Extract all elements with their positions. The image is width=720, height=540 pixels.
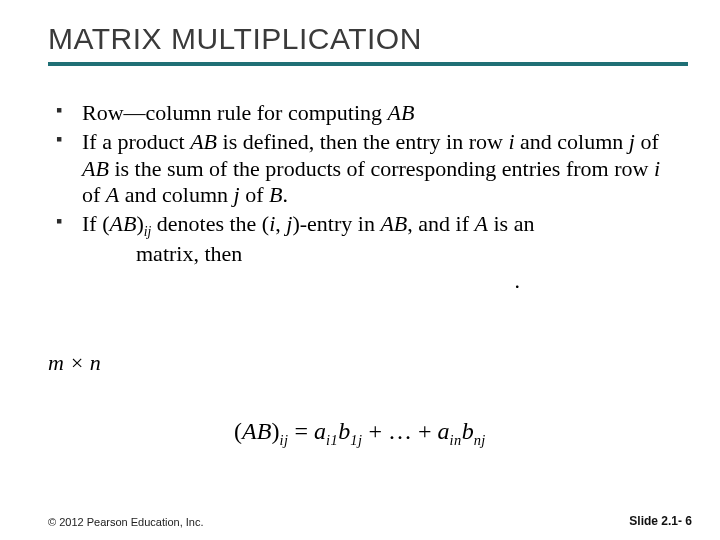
var-A: A (475, 211, 488, 236)
text: is the sum of the products of correspond… (109, 156, 654, 181)
var-B: B (269, 182, 282, 207)
copyright: © 2012 Pearson Education, Inc. (48, 516, 203, 528)
bullet-3-dot: . (82, 268, 680, 290)
var-AB: AB (242, 418, 271, 444)
var-AB: AB (190, 129, 217, 154)
var-AB: AB (109, 211, 136, 236)
body: Row—column rule for computing AB If a pr… (0, 66, 720, 290)
var-AB: AB (380, 211, 407, 236)
bullet-2: If a product AB is defined, then the ent… (56, 129, 680, 209)
sub-i1: i1 (326, 432, 338, 448)
bullet-3: If (AB)ij denotes the (i, j)-entry in AB… (56, 211, 680, 290)
bullet-3-line2: matrix, then (82, 241, 680, 268)
text: denotes the ( (151, 211, 269, 236)
var-i: i (654, 156, 660, 181)
text: , and if (407, 211, 474, 236)
plus-dots: + … + (362, 418, 437, 444)
text: of (635, 129, 659, 154)
text: . (282, 182, 288, 207)
sub-1j: 1j (350, 432, 362, 448)
text: is an (488, 211, 534, 236)
text: and column (515, 129, 629, 154)
slide: MATRIX MULTIPLICATION Row—column rule fo… (0, 0, 720, 540)
text: If ( (82, 211, 109, 236)
bullet-list: Row—column rule for computing AB If a pr… (56, 100, 680, 290)
formula: (AB)ij = ai1b1j + … + ainbnj (0, 418, 720, 449)
mxn-text: m × n (48, 350, 101, 376)
var-b: b (462, 418, 474, 444)
var-a: a (437, 418, 449, 444)
text: and column (119, 182, 233, 207)
var-a: a (314, 418, 326, 444)
slide-number: Slide 2.1- 6 (629, 514, 692, 528)
slide-title: MATRIX MULTIPLICATION (48, 22, 720, 56)
var-AB: AB (82, 156, 109, 181)
text: of (82, 182, 106, 207)
lparen: ( (234, 418, 242, 444)
eq: = (288, 418, 314, 444)
sub-nj: nj (474, 432, 486, 448)
footer: © 2012 Pearson Education, Inc. Slide 2.1… (0, 510, 720, 540)
title-block: MATRIX MULTIPLICATION (0, 0, 720, 56)
text: is defined, then the entry in row (217, 129, 508, 154)
text: If a product (82, 129, 190, 154)
var-b: b (338, 418, 350, 444)
text: ) (136, 211, 143, 236)
var-A: A (106, 182, 119, 207)
var-AB: AB (388, 100, 415, 125)
text: Row—column rule for computing (82, 100, 388, 125)
text: )-entry in (292, 211, 380, 236)
bullet-1: Row—column rule for computing AB (56, 100, 680, 127)
text: of (240, 182, 269, 207)
sub-in: in (449, 432, 461, 448)
text: , (275, 211, 286, 236)
